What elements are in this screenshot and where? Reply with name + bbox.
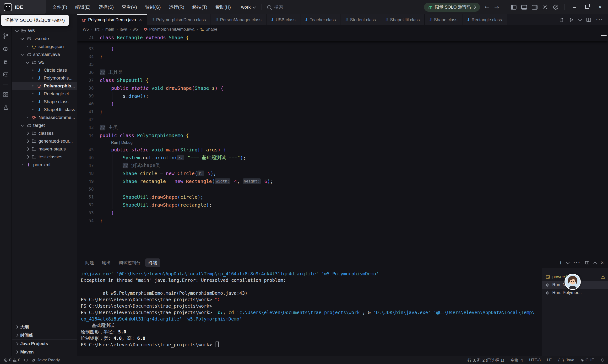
tree-item[interactable]: W5: [12, 27, 77, 35]
forward-button[interactable]: →: [494, 4, 499, 11]
editor-tab[interactable]: JRectangle.class: [463, 14, 507, 25]
toggle-sidebar-icon[interactable]: [511, 5, 516, 10]
split-icon[interactable]: [586, 17, 591, 23]
sidebar-section-大纲[interactable]: 大纲: [12, 323, 77, 331]
tree-item[interactable]: test-classes: [12, 153, 77, 161]
minimize-button[interactable]: –: [570, 4, 578, 10]
tree-item[interactable]: JRectangle.class: [12, 90, 77, 98]
solo-invite-button[interactable]: 限量 SOLO 邀请码: [424, 3, 480, 12]
menu-item[interactable]: 选择(S): [95, 0, 118, 14]
run-dropdown-icon[interactable]: [578, 18, 582, 21]
tree-item[interactable]: NeteaseComme...: [12, 114, 77, 121]
terminal-list-item[interactable]: Run: Polymor...: [542, 289, 608, 297]
editor-tab[interactable]: JTeacher.class: [300, 14, 341, 25]
status-item[interactable]: 行 3, 列 2 (已选择 1): [467, 358, 504, 363]
menu-item[interactable]: 运行(R): [165, 0, 188, 14]
close-button[interactable]: ×: [596, 4, 604, 10]
editor-tab[interactable]: JShapeUtil.class: [381, 14, 425, 25]
assistant-avatar[interactable]: [565, 274, 581, 290]
menu-item[interactable]: 终端(T): [188, 0, 211, 14]
test-icon[interactable]: [3, 104, 9, 111]
toggle-secondary-sidebar-icon[interactable]: [532, 5, 538, 10]
breadcrumb-symbol[interactable]: Shape: [200, 27, 217, 32]
editor-tab[interactable]: JShape.class: [425, 14, 463, 25]
breadcrumb-file[interactable]: PolymorphismDemo.java: [144, 27, 195, 32]
extensions-icon[interactable]: [3, 91, 9, 98]
sidebar-section-时间线[interactable]: 时间线: [12, 331, 77, 339]
status-item[interactable]: 空格: 4: [510, 358, 523, 363]
tree-item[interactable]: JCircle.class: [12, 66, 77, 74]
remote-icon[interactable]: [3, 72, 9, 78]
editor-tab[interactable]: JUSB.class: [266, 14, 301, 25]
panel-tab[interactable]: 问题: [82, 259, 97, 267]
panel-tab[interactable]: 终端: [145, 259, 160, 267]
status-item[interactable]: CUE: [581, 358, 594, 363]
tree-item[interactable]: generated-sour...: [12, 137, 77, 145]
remote-indicator[interactable]: [24, 358, 28, 362]
back-button[interactable]: ←: [485, 4, 489, 11]
global-search[interactable]: 搜索: [267, 4, 283, 10]
close-panel-icon[interactable]: ×: [601, 260, 604, 266]
gear-icon[interactable]: [542, 4, 548, 10]
app-logo[interactable]: IDE: [0, 0, 46, 14]
breadcrumb-item[interactable]: W5: [83, 27, 89, 32]
workspace-switcher[interactable]: work: [241, 5, 255, 10]
panel-tab[interactable]: 输出: [99, 259, 114, 267]
breadcrumb-item[interactable]: java: [120, 27, 127, 32]
status-item[interactable]: LF: [547, 358, 552, 363]
editor-tab[interactable]: PolymorphismDemo.java×: [77, 14, 147, 25]
split-terminal-icon[interactable]: [585, 260, 590, 265]
menu-item[interactable]: 查看(V): [118, 0, 141, 14]
breadcrumb-item[interactable]: main: [106, 27, 114, 32]
source-control-icon[interactable]: [3, 33, 9, 39]
run-icon[interactable]: [569, 17, 574, 23]
tree-item[interactable]: maven-status: [12, 145, 77, 153]
status-item[interactable]: [600, 358, 604, 362]
status-item[interactable]: { }Java: [558, 358, 574, 363]
tree-item[interactable]: JPolymorphis...: [12, 74, 77, 82]
codelens-debug-link[interactable]: Debug: [121, 141, 132, 145]
tree-item[interactable]: JShapeUtil.class: [12, 105, 77, 114]
restore-button[interactable]: [583, 4, 591, 10]
tree-item[interactable]: pom.xml: [12, 161, 77, 169]
preview-icon[interactable]: [3, 46, 9, 52]
tree-item[interactable]: Polymorphis...: [12, 82, 77, 90]
java-status[interactable]: Java: Ready: [32, 358, 60, 363]
panel-tab[interactable]: 调试控制台: [116, 259, 143, 267]
maximize-panel-icon[interactable]: [594, 262, 597, 265]
menu-item[interactable]: 帮助(H): [211, 0, 235, 14]
menu-item[interactable]: 转到(G): [141, 0, 165, 14]
problems-indicator[interactable]: 0 0: [4, 358, 20, 363]
menu-item[interactable]: 编辑(E): [71, 0, 94, 14]
editor-tab[interactable]: JStudent.class: [341, 14, 381, 25]
sidebar-section-maven[interactable]: Maven: [12, 348, 77, 356]
account-icon[interactable]: [553, 4, 558, 10]
tree-item[interactable]: .vscode: [12, 35, 77, 42]
menu-item[interactable]: 文件(F): [48, 0, 71, 14]
sidebar-section-java-projects[interactable]: Java Projects: [12, 339, 77, 348]
editor-more-icon[interactable]: ···: [596, 16, 603, 23]
close-icon[interactable]: ×: [139, 17, 142, 23]
status-item[interactable]: UTF-8: [529, 358, 541, 363]
new-file-icon[interactable]: [559, 17, 564, 23]
breadcrumb-item[interactable]: w5: [133, 27, 138, 32]
toggle-panel-icon[interactable]: [521, 5, 527, 10]
tree-item[interactable]: src\main\java: [12, 50, 77, 58]
breadcrumb-item[interactable]: src: [94, 27, 100, 32]
tree-item[interactable]: {}settings.json: [12, 42, 77, 50]
terminal-dropdown-icon[interactable]: [566, 261, 569, 264]
editor-tab[interactable]: JPolymorphismDemo.class: [147, 14, 211, 25]
sticky-scroll-line[interactable]: 21class Rectangle extends Shape {: [77, 33, 608, 41]
new-terminal-button[interactable]: +: [559, 260, 563, 266]
codelens-run-link[interactable]: Run: [111, 141, 118, 145]
debug-icon[interactable]: [3, 59, 9, 65]
panel-more-icon[interactable]: ···: [573, 259, 581, 266]
tree-item[interactable]: classes: [12, 129, 77, 137]
editor-tab[interactable]: JPersonManager.class: [211, 14, 266, 25]
workspace-name: work: [241, 5, 251, 10]
tree-item[interactable]: target: [12, 121, 77, 129]
code-editor[interactable]: 21class Rectangle extends Shape { 33 }34…: [77, 33, 608, 257]
tree-item[interactable]: w5: [12, 58, 77, 66]
terminal-output[interactable]: in\java.exe' '@C:\Users\eleven\AppData\L…: [77, 268, 542, 356]
tree-item[interactable]: JShape.class: [12, 98, 77, 105]
